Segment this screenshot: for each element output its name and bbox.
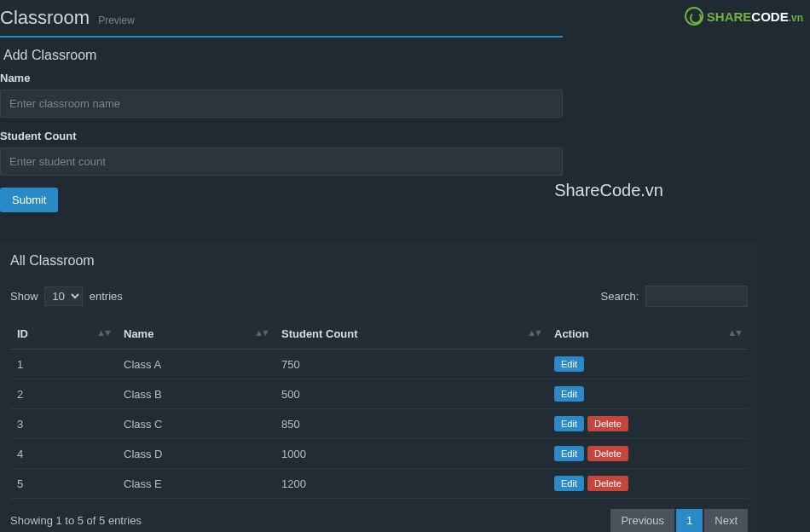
cell-count: 850 bbox=[275, 409, 547, 439]
page-1-button[interactable]: 1 bbox=[676, 509, 703, 532]
table-row: 1Class A750Edit bbox=[10, 350, 748, 379]
edit-button[interactable]: Edit bbox=[554, 386, 584, 402]
delete-button[interactable]: Delete bbox=[587, 476, 628, 491]
pagination: Previous 1 Next bbox=[610, 509, 748, 532]
add-classroom-panel: Add Classroom Name Student Count Submit bbox=[0, 38, 563, 212]
sharecode-logo: SHARECODE.vn bbox=[685, 7, 803, 26]
all-classroom-title: All Classroom bbox=[0, 241, 758, 280]
cell-id: 3 bbox=[10, 409, 117, 439]
cell-count: 1000 bbox=[275, 439, 547, 469]
all-classroom-panel: All Classroom Show 10 entries Search: ID… bbox=[0, 241, 758, 532]
show-label: Show bbox=[10, 290, 38, 303]
recycle-icon bbox=[685, 7, 703, 26]
cell-action: Edit bbox=[547, 379, 748, 409]
table-row: 2Class B500Edit bbox=[10, 379, 748, 409]
table-row: 4Class D1000EditDelete bbox=[10, 439, 748, 469]
table-info: Showing 1 to 5 of 5 entries bbox=[10, 514, 142, 527]
edit-button[interactable]: Edit bbox=[554, 416, 584, 431]
table-row: 3Class C850EditDelete bbox=[10, 409, 748, 439]
cell-name: Class D bbox=[117, 439, 275, 469]
cell-count: 1200 bbox=[275, 469, 547, 499]
prev-button[interactable]: Previous bbox=[610, 509, 674, 532]
name-label: Name bbox=[0, 72, 563, 84]
add-classroom-title: Add Classroom bbox=[0, 38, 563, 72]
cell-action: EditDelete bbox=[547, 409, 748, 439]
entries-select[interactable]: 10 bbox=[44, 286, 83, 306]
sort-icon: ▲▼ bbox=[254, 327, 268, 338]
delete-button[interactable]: Delete bbox=[587, 446, 628, 461]
search-input[interactable] bbox=[645, 286, 748, 307]
cell-action: EditDelete bbox=[547, 469, 748, 499]
page-title: Classroom bbox=[0, 7, 90, 29]
sort-icon: ▲▼ bbox=[96, 327, 110, 338]
cell-count: 500 bbox=[275, 379, 547, 409]
edit-button[interactable]: Edit bbox=[554, 356, 584, 372]
cell-id: 2 bbox=[10, 379, 117, 409]
col-count[interactable]: Student Count▲▼ bbox=[275, 319, 547, 350]
cell-id: 4 bbox=[10, 439, 117, 469]
entries-selector: Show 10 entries bbox=[10, 286, 123, 306]
edit-button[interactable]: Edit bbox=[554, 446, 584, 461]
logo-share: SHARE bbox=[707, 9, 752, 24]
logo-vn: .vn bbox=[789, 12, 803, 24]
delete-button[interactable]: Delete bbox=[587, 416, 628, 431]
sort-icon: ▲▼ bbox=[727, 327, 741, 338]
next-button[interactable]: Next bbox=[704, 509, 748, 532]
cell-action: EditDelete bbox=[547, 439, 748, 469]
student-count-input[interactable] bbox=[0, 147, 563, 176]
col-name[interactable]: Name▲▼ bbox=[117, 319, 275, 350]
submit-button[interactable]: Submit bbox=[0, 188, 58, 212]
col-action[interactable]: Action▲▼ bbox=[547, 319, 748, 350]
cell-count: 750 bbox=[275, 350, 547, 379]
table-row: 5Class E1200EditDelete bbox=[10, 469, 748, 499]
sort-icon: ▲▼ bbox=[527, 327, 541, 338]
cell-id: 5 bbox=[10, 469, 117, 499]
cell-name: Class B bbox=[117, 379, 275, 409]
cell-name: Class E bbox=[117, 469, 275, 499]
cell-action: Edit bbox=[547, 350, 748, 379]
student-count-label: Student Count bbox=[0, 130, 563, 142]
classroom-name-input[interactable] bbox=[0, 90, 563, 118]
col-id[interactable]: ID▲▼ bbox=[10, 319, 117, 350]
preview-label: Preview bbox=[98, 14, 135, 26]
classroom-table: ID▲▼ Name▲▼ Student Count▲▼ Action▲▼ 1Cl… bbox=[10, 319, 748, 499]
search-label: Search: bbox=[601, 290, 639, 303]
cell-name: Class A bbox=[117, 350, 275, 379]
edit-button[interactable]: Edit bbox=[554, 476, 584, 491]
cell-id: 1 bbox=[10, 350, 117, 379]
logo-code: CODE bbox=[751, 9, 788, 24]
watermark-text: ShareCode.vn bbox=[554, 181, 663, 200]
entries-label: entries bbox=[90, 290, 123, 303]
cell-name: Class C bbox=[117, 409, 275, 439]
